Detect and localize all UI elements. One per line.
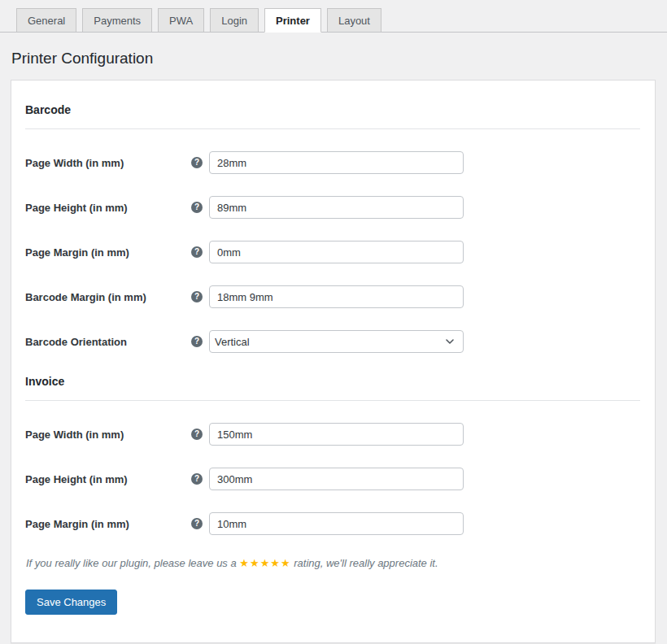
field-row-barcode-page-height: Page Height (in mm) ? bbox=[25, 196, 640, 219]
field-label: Page Height (in mm) bbox=[25, 202, 191, 214]
help-icon[interactable]: ? bbox=[191, 336, 203, 347]
section-divider bbox=[25, 128, 640, 129]
barcode-page-margin-input[interactable] bbox=[209, 241, 464, 263]
field-label: Page Width (in mm) bbox=[25, 157, 191, 169]
tab-login[interactable]: Login bbox=[210, 8, 259, 33]
help-icon[interactable]: ? bbox=[191, 246, 203, 258]
help-icon[interactable]: ? bbox=[191, 157, 203, 168]
field-row-invoice-page-margin: Page Margin (in mm) ? bbox=[25, 512, 640, 535]
field-row-barcode-orientation: Barcode Orientation ? Vertical bbox=[25, 330, 640, 353]
field-row-invoice-page-width: Page Width (in mm) ? bbox=[25, 423, 640, 446]
tab-layout[interactable]: Layout bbox=[327, 8, 381, 33]
barcode-margin-input[interactable] bbox=[209, 285, 464, 308]
tab-pwa[interactable]: PWA bbox=[158, 8, 204, 33]
field-label: Page Width (in mm) bbox=[25, 429, 191, 441]
tab-payments[interactable]: Payments bbox=[82, 8, 152, 33]
invoice-page-height-input[interactable] bbox=[209, 468, 464, 490]
settings-tab-bar: General Payments PWA Login Printer Layou… bbox=[0, 0, 667, 33]
section-title-invoice: Invoice bbox=[25, 375, 640, 388]
field-label: Barcode Margin (in mm) bbox=[25, 291, 191, 303]
section-divider bbox=[25, 400, 640, 401]
barcode-orientation-select-wrap: Vertical bbox=[209, 330, 464, 353]
invoice-page-width-input[interactable] bbox=[209, 423, 464, 446]
help-icon[interactable]: ? bbox=[191, 518, 203, 529]
invoice-page-margin-input[interactable] bbox=[209, 512, 464, 535]
tab-printer[interactable]: Printer bbox=[264, 8, 321, 33]
help-icon[interactable]: ? bbox=[191, 202, 203, 213]
save-changes-button[interactable]: Save Changes bbox=[25, 590, 117, 615]
field-row-invoice-page-height: Page Height (in mm) ? bbox=[25, 468, 640, 490]
field-label: Page Margin (in mm) bbox=[25, 246, 191, 259]
help-icon[interactable]: ? bbox=[191, 473, 203, 485]
printer-settings-card: Barcode Page Width (in mm) ? Page Height… bbox=[11, 80, 656, 643]
barcode-orientation-select[interactable]: Vertical bbox=[209, 330, 464, 353]
five-stars-icon: ★★★★★ bbox=[239, 557, 290, 569]
rating-note: If you really like our plugin, please le… bbox=[26, 557, 640, 569]
section-title-barcode: Barcode bbox=[25, 103, 640, 116]
help-icon[interactable]: ? bbox=[191, 291, 203, 302]
field-label: Page Height (in mm) bbox=[25, 473, 191, 485]
field-row-barcode-margin: Barcode Margin (in mm) ? bbox=[25, 285, 640, 308]
barcode-page-width-input[interactable] bbox=[209, 151, 464, 174]
field-label: Page Margin (in mm) bbox=[25, 518, 191, 530]
rating-note-prefix: If you really like our plugin, please le… bbox=[26, 557, 239, 569]
field-label: Barcode Orientation bbox=[25, 336, 191, 348]
page-title: Printer Configuration bbox=[11, 50, 667, 67]
field-row-barcode-page-width: Page Width (in mm) ? bbox=[25, 151, 640, 174]
tab-general[interactable]: General bbox=[16, 8, 76, 33]
rating-note-suffix: rating, we'll really appreciate it. bbox=[291, 557, 438, 569]
field-row-barcode-page-margin: Page Margin (in mm) ? bbox=[25, 241, 640, 263]
barcode-page-height-input[interactable] bbox=[209, 196, 464, 219]
help-icon[interactable]: ? bbox=[191, 429, 203, 440]
